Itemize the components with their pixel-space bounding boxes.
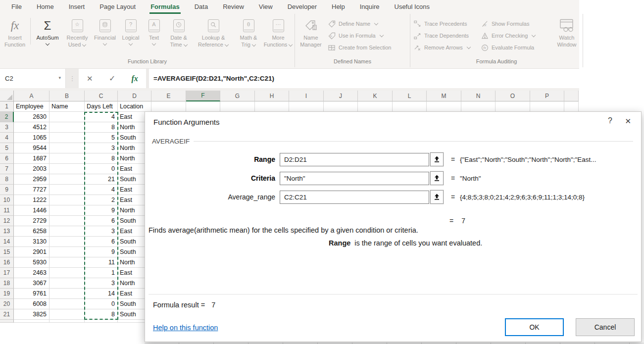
tab-developer[interactable]: Developer <box>280 0 324 14</box>
trace-precedents-button[interactable]: Trace Precedents <box>413 19 477 28</box>
row-header-4[interactable]: 4 <box>0 133 14 143</box>
autosum-button[interactable]: Σ AutoSum <box>32 17 63 46</box>
tab-inquire[interactable]: Inquire <box>352 0 387 14</box>
cell-B10[interactable] <box>50 195 85 205</box>
row-header-20[interactable]: 20 <box>0 299 14 309</box>
average-range-input[interactable]: C2:C21 <box>280 191 429 204</box>
use-in-formula-button[interactable]: fx Use in Formula <box>328 31 407 40</box>
cell-C13[interactable]: 3 <box>85 226 118 237</box>
dialog-close-icon[interactable]: ✕ <box>625 117 631 126</box>
cell-C14[interactable]: 6 <box>85 237 118 247</box>
column-header-L[interactable]: L <box>393 91 427 101</box>
cell-L1[interactable] <box>393 101 427 112</box>
cell-B20[interactable] <box>50 299 85 309</box>
cell-C20[interactable]: 0 <box>85 299 118 309</box>
cell-C8[interactable]: 21 <box>85 174 118 185</box>
more-functions-button[interactable]: ··· More Functions <box>263 17 294 49</box>
cell-C9[interactable]: 4 <box>85 185 118 195</box>
cell-A6[interactable]: 1687 <box>14 153 50 164</box>
logical-button[interactable]: ? Logical <box>118 17 143 46</box>
column-header-A[interactable]: A <box>14 91 50 101</box>
recently-used-button[interactable]: ☆ Recently Used <box>63 17 92 49</box>
cell-B13[interactable] <box>50 226 85 237</box>
cell-C12[interactable]: 6 <box>85 216 118 226</box>
cell-C1[interactable]: Days Left <box>85 101 118 112</box>
cell-C6[interactable]: 8 <box>85 153 118 164</box>
row-header-10[interactable]: 10 <box>0 195 14 205</box>
cell-B19[interactable] <box>50 289 85 299</box>
cell-A20[interactable]: 6008 <box>14 299 50 309</box>
cell-B12[interactable] <box>50 216 85 226</box>
cell-B15[interactable] <box>50 247 85 257</box>
cell-D1[interactable]: Location <box>118 101 151 112</box>
row-header-15[interactable]: 15 <box>0 247 14 257</box>
cancel-entry-icon[interactable]: ✕ <box>87 74 93 83</box>
cell-B22[interactable] <box>50 320 85 323</box>
cell-B5[interactable] <box>50 143 85 153</box>
cell-C2[interactable]: 4 <box>85 112 118 122</box>
cell-A22[interactable] <box>14 320 50 323</box>
financial-button[interactable]: Financial <box>92 17 118 46</box>
cell-A8[interactable]: 2959 <box>14 174 50 185</box>
cell-C16[interactable]: 11 <box>85 257 118 268</box>
row-header-3[interactable]: 3 <box>0 122 14 133</box>
cell-B17[interactable] <box>50 268 85 278</box>
cell-B18[interactable] <box>50 278 85 289</box>
name-box[interactable]: C2 ▾ <box>0 69 66 88</box>
cell-A21[interactable]: 3825 <box>14 309 50 320</box>
formula-input[interactable]: =AVERAGEIF(D2:D21,"North",C2:C21) <box>149 69 579 88</box>
cell-A15[interactable]: 2901 <box>14 247 50 257</box>
cell-B14[interactable] <box>50 237 85 247</box>
cell-M1[interactable] <box>427 101 461 112</box>
cell-C17[interactable]: 1 <box>85 268 118 278</box>
cell-A12[interactable]: 2729 <box>14 216 50 226</box>
cell-A10[interactable]: 1222 <box>14 195 50 205</box>
cell-A11[interactable]: 1446 <box>14 205 50 216</box>
error-checking-button[interactable]: Error Checking <box>481 31 550 40</box>
cell-C11[interactable]: 9 <box>85 205 118 216</box>
cell-C5[interactable]: 3 <box>85 143 118 153</box>
cell-A4[interactable]: 1065 <box>14 133 50 143</box>
cell-B2[interactable] <box>50 112 85 122</box>
range-input[interactable]: D2:D21 <box>280 153 429 166</box>
average-range-picker-button[interactable] <box>430 190 444 204</box>
name-box-dropdown-icon[interactable]: ▾ <box>58 75 61 80</box>
row-header-11[interactable]: 11 <box>0 205 14 216</box>
column-header-J[interactable]: J <box>324 91 358 101</box>
cell-A5[interactable]: 9544 <box>14 143 50 153</box>
criteria-picker-button[interactable] <box>430 171 444 185</box>
cell-F1[interactable] <box>186 101 220 112</box>
cell-A19[interactable]: 9761 <box>14 289 50 299</box>
row-header-1[interactable]: 1 <box>0 101 14 112</box>
create-from-selection-button[interactable]: Create from Selection <box>328 43 407 52</box>
cell-H1[interactable] <box>255 101 289 112</box>
cell-B16[interactable] <box>50 257 85 268</box>
ok-button[interactable]: OK <box>505 318 564 336</box>
cell-B4[interactable] <box>50 133 85 143</box>
remove-arrows-button[interactable]: Remove Arrows <box>413 43 477 52</box>
cell-A7[interactable]: 2003 <box>14 164 50 174</box>
cell-A16[interactable]: 5930 <box>14 257 50 268</box>
text-button[interactable]: A Text <box>143 17 165 46</box>
cancel-button[interactable]: Cancel <box>576 318 635 336</box>
cell-C19[interactable]: 14 <box>85 289 118 299</box>
insert-function-button[interactable]: fx Insert Function <box>1 17 29 49</box>
cell-J1[interactable] <box>324 101 358 112</box>
cell-C10[interactable]: 2 <box>85 195 118 205</box>
cell-O1[interactable] <box>495 101 530 112</box>
column-header-E[interactable]: E <box>151 91 186 101</box>
cell-B9[interactable] <box>50 185 85 195</box>
tab-page-layout[interactable]: Page Layout <box>92 0 143 14</box>
tab-insert[interactable]: Insert <box>61 0 93 14</box>
watch-window-button[interactable]: Watch Window <box>552 17 582 49</box>
column-header-M[interactable]: M <box>427 91 461 101</box>
tab-review[interactable]: Review <box>215 0 251 14</box>
criteria-input[interactable]: "North" <box>280 172 429 185</box>
range-picker-button[interactable] <box>430 152 444 166</box>
cell-C4[interactable]: 5 <box>85 133 118 143</box>
column-header-O[interactable]: O <box>495 91 530 101</box>
cell-N1[interactable] <box>461 101 495 112</box>
cell-G1[interactable] <box>220 101 255 112</box>
cell-K1[interactable] <box>358 101 393 112</box>
tab-file[interactable]: File <box>4 0 29 14</box>
